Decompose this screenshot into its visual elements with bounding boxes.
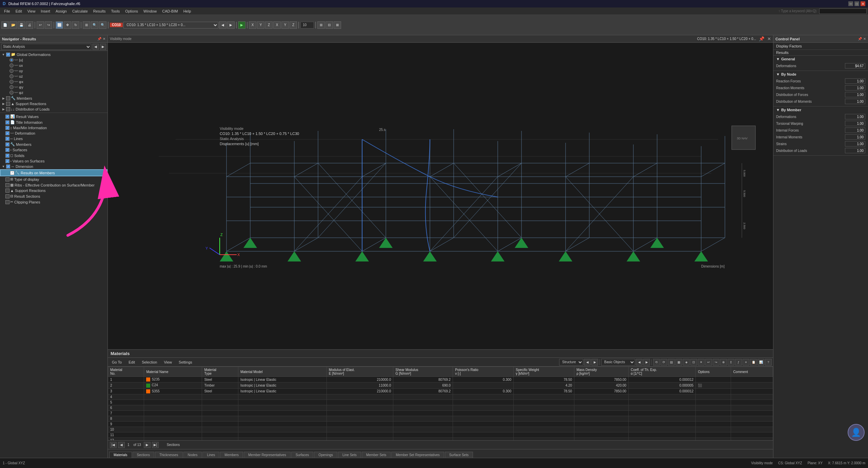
expand-members[interactable]: ▶ [1, 96, 5, 100]
menu-help[interactable]: Help [181, 8, 194, 14]
radio-u[interactable] [9, 58, 14, 62]
cb-solids-r[interactable]: ✓ [5, 154, 9, 158]
cb-result-sections[interactable] [5, 194, 9, 198]
cb-dimension[interactable]: ✓ [6, 164, 10, 169]
tree-members[interactable]: ▶ 🔧 Members [0, 95, 107, 101]
viewport-close-btn[interactable]: ✕ [767, 36, 771, 41]
mat-tb-prev[interactable]: ◀ [584, 359, 591, 366]
mat-icon-10[interactable]: ⊕ [720, 359, 727, 366]
cp-def-value[interactable] [845, 63, 865, 69]
menu-cadbim[interactable]: CAD-BIM [159, 8, 180, 14]
tab-lines[interactable]: Lines [202, 452, 219, 458]
cb-clipping-planes[interactable] [5, 200, 9, 204]
tree-maxmin[interactable]: ✓ ↕ Max/Min Information [0, 125, 107, 131]
mat-settings-btn[interactable]: Settings [176, 359, 195, 365]
cp-by-member-expand[interactable]: ▼ [776, 108, 780, 112]
cp-close-btn[interactable]: ✕ [863, 37, 866, 41]
cb-deformation[interactable]: ✓ [5, 131, 9, 135]
radio-phix[interactable] [9, 80, 14, 84]
tree-title-info[interactable]: ✓ 📄 Title Information [0, 119, 107, 125]
search-input[interactable] [819, 8, 867, 14]
tree-u[interactable]: 〰 |u| [0, 57, 107, 63]
mat-icon-5[interactable]: ◈ [683, 359, 690, 366]
tb-prev-co[interactable]: ◀ [219, 21, 226, 29]
cb-result-values[interactable]: ✓ [5, 115, 9, 119]
cp-rf-value[interactable] [845, 78, 865, 84]
menu-calculate[interactable]: Calculate [70, 8, 91, 14]
mat-struct-select[interactable]: Structure [559, 359, 583, 366]
tree-uy[interactable]: 〰 uy [0, 68, 107, 74]
tb-zoom-out[interactable]: 🔍 [99, 21, 106, 29]
tb-xyz-y[interactable]: Y [257, 21, 264, 29]
cb-support[interactable] [6, 102, 10, 106]
menu-assign[interactable]: Assign [53, 8, 70, 14]
tree-deformation[interactable]: ✓ 〰 Deformation [0, 131, 107, 136]
tb-xyz-z2[interactable]: Z [290, 21, 297, 29]
menu-window[interactable]: Window [141, 8, 159, 14]
menu-view[interactable]: View [25, 8, 38, 14]
cb-maxmin[interactable]: ✓ [5, 126, 9, 130]
nav-prev-btn[interactable]: ◀ [93, 44, 99, 50]
cp-im-value[interactable] [845, 134, 865, 140]
tb-select[interactable]: ⬜ [56, 21, 63, 29]
radio-ux[interactable] [9, 63, 14, 67]
tb-xyz-z[interactable]: Z [265, 21, 273, 29]
cb-support-reactions-2[interactable] [5, 189, 9, 193]
mat-icon-2[interactable]: ⟳ [660, 359, 667, 366]
tree-ribs[interactable]: ▦ Ribs - Effective Contribution on Surfa… [0, 182, 107, 188]
tree-type-display[interactable]: ⊞ Type of display [0, 176, 107, 182]
cb-lines-r[interactable]: ✓ [5, 137, 9, 141]
mat-bo-next[interactable]: ▶ [643, 359, 650, 366]
tab-materials[interactable]: Materials [109, 452, 132, 458]
expand-dist[interactable]: ▶ [1, 107, 5, 111]
tree-uz[interactable]: 〰 uz [0, 74, 107, 79]
radio-uy[interactable] [9, 69, 14, 73]
mat-icon-16[interactable]: ? [765, 359, 772, 366]
cb-title-info[interactable]: ✓ [5, 120, 9, 124]
cb-results-on-members[interactable]: ✓ [10, 171, 14, 175]
cp-by-node-expand[interactable]: ▼ [776, 72, 780, 76]
tab-member-set-reps[interactable]: Member Set Representatives [391, 452, 444, 458]
tb-next-co[interactable]: ▶ [227, 21, 235, 29]
cp-dl-value[interactable] [845, 148, 865, 153]
tree-dimension[interactable]: ▼ ✓ ↔ Dimension [0, 164, 107, 169]
mat-icon-8[interactable]: ↩ [705, 359, 712, 366]
cb-ribs[interactable] [5, 183, 9, 187]
mat-icon-15[interactable]: 📊 [757, 359, 764, 366]
tb-zoom-fit[interactable]: ⊞ [83, 21, 90, 29]
cp-if-value[interactable] [845, 128, 865, 133]
tree-values-surfaces[interactable]: ✓ ▫ Values on Surfaces [0, 158, 107, 164]
tb-new[interactable]: 📄 [1, 21, 9, 29]
cp-df-value[interactable] [845, 92, 865, 97]
mat-icon-12[interactable]: ƒ [735, 359, 742, 366]
cb-members[interactable] [6, 96, 10, 100]
tb-move[interactable]: ✥ [64, 21, 71, 29]
nav-analysis-select[interactable]: Static Analysis [1, 44, 91, 50]
tab-nodes[interactable]: Nodes [183, 452, 202, 458]
nav-pin-btn[interactable]: 📌 [97, 37, 101, 41]
tab-sections[interactable]: Sections [133, 452, 154, 458]
expand-support[interactable]: ▶ [1, 102, 5, 106]
mat-edit-btn[interactable]: Edit [126, 359, 138, 365]
tree-result-sections[interactable]: ⊟ Result Sections [0, 193, 107, 199]
tb-number-input[interactable] [300, 22, 314, 28]
tb-save[interactable]: 💾 [18, 21, 25, 29]
cp-rm-value[interactable] [845, 85, 865, 91]
cb-values-surfaces[interactable]: ✓ [5, 159, 9, 163]
expand-global-def[interactable]: ▼ [1, 53, 5, 57]
tb-more3[interactable]: ⊠ [334, 21, 341, 29]
mat-bo-prev[interactable]: ◀ [636, 359, 643, 366]
tb-co-select[interactable]: CO10: 1.35 * LC10 + 1.50 * LC20 + 0... [123, 22, 218, 28]
pag-last[interactable]: ▶| [152, 442, 159, 448]
tb-xyz-x[interactable]: X [249, 21, 256, 29]
mat-icon-14[interactable]: 📋 [750, 359, 757, 366]
mat-selection-btn[interactable]: Selection [139, 359, 160, 365]
tree-phix[interactable]: 〰 φx [0, 79, 107, 84]
mat-basic-objects-select[interactable]: Basic Objects [601, 359, 635, 366]
cp-dm-value[interactable] [845, 99, 865, 104]
mat-icon-1[interactable]: ⟲ [653, 359, 660, 366]
cb-global-def[interactable]: ✓ [6, 53, 10, 57]
cp-md-value[interactable] [845, 114, 865, 119]
menu-tools[interactable]: Tools [108, 8, 122, 14]
tree-result-values[interactable]: ✓ 📊 Result Values [0, 114, 107, 119]
